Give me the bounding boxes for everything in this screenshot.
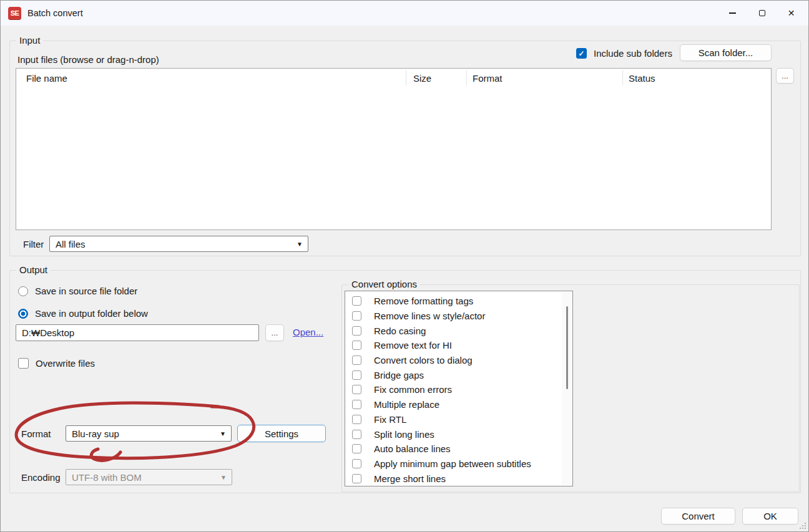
include-sub-folders-label: Include sub folders: [594, 48, 672, 59]
convert-options-list: ✓ Remove formatting tags ✓ Remove lines …: [345, 291, 573, 486]
app-icon-text: SE: [11, 9, 19, 17]
app-icon: SE: [8, 7, 21, 20]
chevron-down-icon: ▼: [297, 241, 303, 248]
convert-option-row[interactable]: ✓ Remove formatting tags: [345, 294, 561, 309]
browse-folder-button[interactable]: ...: [265, 324, 284, 341]
maximize-icon: [759, 10, 765, 16]
convert-option-label: Bridge gaps: [374, 370, 424, 380]
convert-option-checkbox[interactable]: ✓: [352, 385, 361, 394]
convert-button[interactable]: Convert: [661, 508, 735, 525]
settings-button[interactable]: Settings: [237, 425, 326, 442]
convert-option-label: Remove formatting tags: [374, 296, 473, 306]
convert-option-row[interactable]: ✓ Redo casing: [345, 323, 561, 338]
column-divider[interactable]: [622, 70, 623, 85]
convert-option-checkbox[interactable]: ✓: [352, 459, 361, 468]
convert-option-checkbox[interactable]: ✓: [352, 326, 361, 336]
include-sub-folders[interactable]: ✓ Include sub folders: [576, 48, 672, 59]
chevron-down-icon: ▼: [220, 474, 227, 481]
convert-option-label: Convert colors to dialog: [374, 355, 473, 365]
title-bar: SE Batch convert ✕: [1, 1, 808, 26]
close-button[interactable]: ✕: [777, 1, 806, 26]
convert-options-label: Convert options: [348, 279, 420, 289]
convert-option-label: Remove text for HI: [374, 340, 452, 351]
table-more-button[interactable]: ...: [776, 68, 794, 84]
convert-option-label: Fix common errors: [374, 384, 452, 395]
close-icon: ✕: [788, 9, 795, 17]
scan-folder-button[interactable]: Scan folder...: [680, 44, 772, 61]
convert-option-row[interactable]: ✓ Fix common errors: [345, 382, 561, 397]
overwrite-files-checkbox[interactable]: ✓: [18, 358, 29, 369]
include-sub-folders-checkbox[interactable]: ✓: [576, 48, 587, 59]
convert-option-checkbox[interactable]: ✓: [352, 430, 361, 439]
maximize-button[interactable]: [747, 1, 777, 26]
checkmark-icon: ✓: [578, 50, 584, 57]
open-folder-link[interactable]: Open...: [293, 327, 323, 337]
output-folder-input[interactable]: [16, 324, 259, 341]
convert-option-label: Redo casing: [374, 326, 426, 336]
ok-button[interactable]: OK: [742, 508, 798, 525]
convert-option-checkbox[interactable]: ✓: [352, 311, 361, 321]
minimize-icon: [729, 12, 736, 14]
format-dropdown[interactable]: Blu-ray sup ▼: [66, 425, 232, 442]
convert-option-checkbox[interactable]: ✓: [352, 296, 361, 306]
column-header-size[interactable]: Size: [413, 73, 431, 84]
input-files-label: Input files (browse or drag-n-drop): [17, 54, 159, 65]
convert-option-row[interactable]: ✓ Remove text for HI: [345, 338, 561, 353]
convert-option-row[interactable]: ✓ Apply minimum gap between subtitles: [345, 457, 561, 472]
overwrite-files-option[interactable]: ✓ Overwrite files: [18, 358, 95, 369]
encoding-dropdown: UTF-8 with BOM ▼: [66, 469, 232, 485]
save-source-option[interactable]: Save in source file folder: [18, 286, 137, 296]
convert-options-rows: ✓ Remove formatting tags ✓ Remove lines …: [345, 294, 561, 486]
filter-dropdown[interactable]: All files ▼: [49, 236, 308, 252]
convert-option-checkbox[interactable]: ✓: [352, 355, 361, 365]
format-value: Blu-ray sup: [72, 428, 119, 439]
convert-option-label: Fix RTL: [374, 414, 406, 425]
convert-option-checkbox[interactable]: ✓: [352, 474, 361, 483]
convert-option-label: Apply minimum gap between subtitles: [374, 458, 531, 469]
column-header-status[interactable]: Status: [629, 73, 655, 84]
filter-label: Filter: [23, 239, 44, 249]
convert-option-checkbox[interactable]: ✓: [352, 341, 361, 350]
input-files-table[interactable]: File name Size Format Status: [16, 68, 772, 230]
minimize-button[interactable]: [718, 1, 747, 26]
column-header-format[interactable]: Format: [473, 73, 503, 84]
batch-convert-dialog: SE Batch convert ✕ Input Input files (br…: [0, 0, 809, 532]
convert-option-row[interactable]: ✓ Fix RTL: [345, 412, 561, 427]
convert-option-label: Merge short lines: [374, 473, 446, 484]
scrollbar-thumb[interactable]: [566, 306, 568, 389]
convert-option-row[interactable]: ✓ Multiple replace: [345, 397, 561, 412]
convert-option-row[interactable]: ✓ Remove lines w style/actor: [345, 309, 561, 324]
window-controls: ✕: [718, 1, 806, 26]
input-group-label: Input: [16, 35, 43, 46]
save-source-radio[interactable]: [18, 286, 28, 296]
save-output-radio[interactable]: [18, 309, 28, 319]
convert-option-label: Auto balance lines: [374, 443, 451, 454]
column-divider[interactable]: [406, 70, 406, 85]
convert-option-checkbox[interactable]: ✓: [352, 415, 361, 424]
convert-option-checkbox[interactable]: ✓: [352, 370, 361, 380]
convert-option-label: Remove lines w style/actor: [374, 311, 485, 321]
save-output-radio-label: Save in output folder below: [35, 308, 148, 319]
format-label: Format: [21, 428, 51, 439]
encoding-value: UTF-8 with BOM: [72, 472, 142, 483]
convert-option-row[interactable]: ✓ Merge short lines: [345, 471, 561, 486]
chevron-down-icon: ▼: [220, 430, 226, 437]
filter-value: All files: [56, 239, 86, 249]
convert-option-checkbox[interactable]: ✓: [352, 444, 361, 453]
convert-option-label: Split long lines: [374, 429, 434, 440]
resize-grip[interactable]: [799, 522, 807, 530]
save-source-radio-label: Save in source file folder: [35, 286, 137, 296]
convert-option-checkbox[interactable]: ✓: [352, 400, 361, 409]
convert-option-row[interactable]: ✓ Convert colors to dialog: [345, 353, 561, 368]
convert-option-row[interactable]: ✓ Bridge gaps: [345, 367, 561, 382]
window-title: Batch convert: [27, 8, 83, 18]
overwrite-files-label: Overwrite files: [36, 358, 95, 369]
convert-option-row[interactable]: ✓ Split long lines: [345, 427, 561, 442]
convert-option-label: Multiple replace: [374, 399, 439, 410]
convert-options-scrollbar[interactable]: [562, 292, 572, 485]
column-divider[interactable]: [466, 70, 467, 85]
convert-option-row[interactable]: ✓ Auto balance lines: [345, 442, 561, 457]
output-group-label: Output: [16, 264, 51, 275]
column-header-filename[interactable]: File name: [26, 73, 67, 84]
save-output-option[interactable]: Save in output folder below: [18, 308, 148, 319]
